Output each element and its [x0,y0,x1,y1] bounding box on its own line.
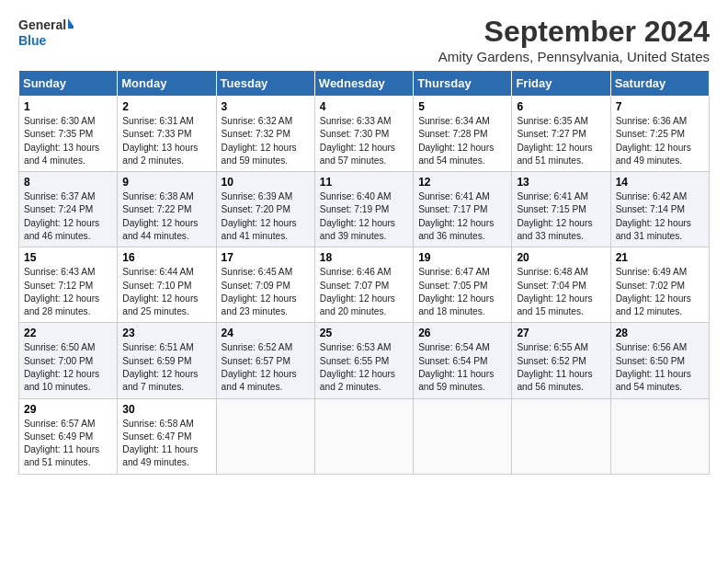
day-number: 20 [517,251,605,264]
day-number: 15 [24,251,112,264]
cell-info: Sunrise: 6:37 AMSunset: 7:24 PMDaylight:… [24,191,99,241]
day-number: 4 [320,100,408,113]
cell-info: Sunrise: 6:56 AMSunset: 6:50 PMDaylight:… [616,342,691,392]
calendar-cell [610,398,709,474]
calendar-cell: 22Sunrise: 6:50 AMSunset: 7:00 PMDayligh… [19,323,118,398]
svg-marker-2 [68,18,74,29]
calendar-cell: 4Sunrise: 6:33 AMSunset: 7:30 PMDaylight… [314,97,413,172]
day-number: 26 [418,327,506,339]
cell-info: Sunrise: 6:46 AMSunset: 7:07 PMDaylight:… [320,267,395,316]
cell-info: Sunrise: 6:54 AMSunset: 6:54 PMDaylight:… [418,342,494,392]
day-number: 25 [320,327,408,339]
col-friday: Friday [512,71,610,97]
col-tuesday: Tuesday [216,71,314,97]
calendar-cell: 21Sunrise: 6:49 AMSunset: 7:02 PMDayligh… [610,247,709,323]
cell-info: Sunrise: 6:33 AMSunset: 7:30 PMDaylight:… [320,116,395,166]
calendar-cell: 14Sunrise: 6:42 AMSunset: 7:14 PMDayligh… [610,172,709,247]
cell-info: Sunrise: 6:48 AMSunset: 7:04 PMDaylight:… [517,267,592,316]
calendar-cell: 29Sunrise: 6:57 AMSunset: 6:49 PMDayligh… [19,398,118,474]
calendar-cell [314,398,413,474]
day-number: 10 [222,176,310,189]
calendar-cell: 28Sunrise: 6:56 AMSunset: 6:50 PMDayligh… [610,323,709,398]
calendar-cell: 18Sunrise: 6:46 AMSunset: 7:07 PMDayligh… [314,247,413,323]
cell-info: Sunrise: 6:38 AMSunset: 7:22 PMDaylight:… [122,191,198,241]
cell-info: Sunrise: 6:47 AMSunset: 7:05 PMDaylight:… [418,267,494,316]
calendar-cell: 17Sunrise: 6:45 AMSunset: 7:09 PMDayligh… [216,247,314,323]
calendar-subtitle: Amity Gardens, Pennsylvania, United Stat… [438,49,710,64]
calendar-cell: 25Sunrise: 6:53 AMSunset: 6:55 PMDayligh… [314,323,413,398]
calendar-week-4: 22Sunrise: 6:50 AMSunset: 7:00 PMDayligh… [19,323,710,398]
calendar-cell: 15Sunrise: 6:43 AMSunset: 7:12 PMDayligh… [19,247,118,323]
calendar-cell [512,398,610,474]
cell-info: Sunrise: 6:44 AMSunset: 7:10 PMDaylight:… [122,267,198,316]
cell-info: Sunrise: 6:41 AMSunset: 7:17 PMDaylight:… [418,191,494,241]
calendar-title: September 2024 [438,15,710,49]
logo: General Blue [18,15,74,53]
cell-info: Sunrise: 6:31 AMSunset: 7:33 PMDaylight:… [122,116,198,166]
cell-info: Sunrise: 6:58 AMSunset: 6:47 PMDaylight:… [122,419,198,468]
header: General Blue September 2024 Amity Garden… [18,15,710,64]
col-wednesday: Wednesday [314,71,413,97]
cell-info: Sunrise: 6:45 AMSunset: 7:09 PMDaylight:… [222,267,297,316]
calendar-cell: 3Sunrise: 6:32 AMSunset: 7:32 PMDaylight… [216,97,314,172]
day-number: 12 [418,176,506,189]
calendar-cell: 27Sunrise: 6:55 AMSunset: 6:52 PMDayligh… [512,323,610,398]
cell-info: Sunrise: 6:43 AMSunset: 7:12 PMDaylight:… [24,267,99,316]
calendar-table: Sunday Monday Tuesday Wednesday Thursday… [18,70,710,475]
day-number: 19 [418,251,506,264]
day-number: 11 [320,176,408,189]
col-thursday: Thursday [414,71,512,97]
cell-info: Sunrise: 6:42 AMSunset: 7:14 PMDaylight:… [616,191,691,241]
calendar-cell: 16Sunrise: 6:44 AMSunset: 7:10 PMDayligh… [118,247,216,323]
cell-info: Sunrise: 6:39 AMSunset: 7:20 PMDaylight:… [222,191,297,241]
col-saturday: Saturday [610,71,709,97]
calendar-week-2: 8Sunrise: 6:37 AMSunset: 7:24 PMDaylight… [19,172,710,247]
day-number: 2 [122,100,210,113]
cell-info: Sunrise: 6:32 AMSunset: 7:32 PMDaylight:… [222,116,297,166]
logo-svg: General Blue [18,15,74,53]
calendar-cell: 10Sunrise: 6:39 AMSunset: 7:20 PMDayligh… [216,172,314,247]
day-number: 13 [517,176,605,189]
cell-info: Sunrise: 6:55 AMSunset: 6:52 PMDaylight:… [517,342,592,392]
calendar-cell: 2Sunrise: 6:31 AMSunset: 7:33 PMDaylight… [118,97,216,172]
cell-info: Sunrise: 6:52 AMSunset: 6:57 PMDaylight:… [222,342,297,392]
svg-text:Blue: Blue [18,33,47,48]
calendar-cell: 1Sunrise: 6:30 AMSunset: 7:35 PMDaylight… [19,97,118,172]
calendar-cell: 23Sunrise: 6:51 AMSunset: 6:59 PMDayligh… [118,323,216,398]
calendar-cell: 24Sunrise: 6:52 AMSunset: 6:57 PMDayligh… [216,323,314,398]
day-number: 8 [24,176,112,189]
day-number: 27 [517,327,605,339]
calendar-week-5: 29Sunrise: 6:57 AMSunset: 6:49 PMDayligh… [19,398,710,474]
cell-info: Sunrise: 6:35 AMSunset: 7:27 PMDaylight:… [517,116,592,166]
day-number: 30 [122,403,210,416]
day-number: 1 [24,100,112,113]
calendar-cell: 5Sunrise: 6:34 AMSunset: 7:28 PMDaylight… [414,97,512,172]
day-number: 22 [24,327,112,339]
calendar-cell: 12Sunrise: 6:41 AMSunset: 7:17 PMDayligh… [414,172,512,247]
day-number: 7 [616,100,704,113]
header-row: Sunday Monday Tuesday Wednesday Thursday… [19,71,710,97]
calendar-cell: 26Sunrise: 6:54 AMSunset: 6:54 PMDayligh… [414,323,512,398]
cell-info: Sunrise: 6:51 AMSunset: 6:59 PMDaylight:… [122,342,198,392]
day-number: 16 [122,251,210,264]
calendar-week-1: 1Sunrise: 6:30 AMSunset: 7:35 PMDaylight… [19,97,710,172]
day-number: 9 [122,176,210,189]
calendar-cell: 20Sunrise: 6:48 AMSunset: 7:04 PMDayligh… [512,247,610,323]
calendar-cell: 11Sunrise: 6:40 AMSunset: 7:19 PMDayligh… [314,172,413,247]
cell-info: Sunrise: 6:30 AMSunset: 7:35 PMDaylight:… [24,116,99,166]
day-number: 21 [616,251,704,264]
cell-info: Sunrise: 6:50 AMSunset: 7:00 PMDaylight:… [24,342,99,392]
calendar-cell: 9Sunrise: 6:38 AMSunset: 7:22 PMDaylight… [118,172,216,247]
cell-info: Sunrise: 6:53 AMSunset: 6:55 PMDaylight:… [320,342,395,392]
calendar-cell: 7Sunrise: 6:36 AMSunset: 7:25 PMDaylight… [610,97,709,172]
calendar-cell: 19Sunrise: 6:47 AMSunset: 7:05 PMDayligh… [414,247,512,323]
calendar-cell: 8Sunrise: 6:37 AMSunset: 7:24 PMDaylight… [19,172,118,247]
day-number: 17 [222,251,310,264]
col-monday: Monday [118,71,216,97]
cell-info: Sunrise: 6:41 AMSunset: 7:15 PMDaylight:… [517,191,592,241]
cell-info: Sunrise: 6:49 AMSunset: 7:02 PMDaylight:… [616,267,691,316]
day-number: 6 [517,100,605,113]
day-number: 3 [222,100,310,113]
calendar-cell: 6Sunrise: 6:35 AMSunset: 7:27 PMDaylight… [512,97,610,172]
title-area: September 2024 Amity Gardens, Pennsylvan… [438,15,710,64]
